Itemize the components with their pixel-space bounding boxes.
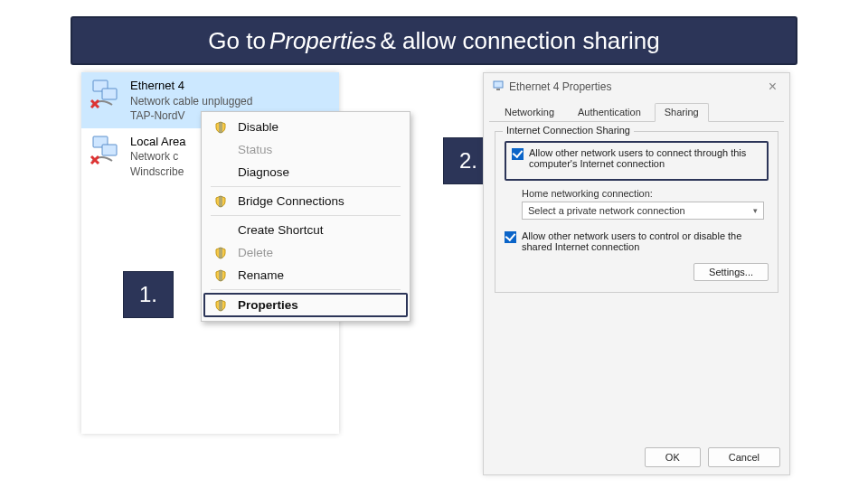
close-icon[interactable]: × <box>765 79 780 95</box>
shield-icon <box>212 121 229 134</box>
checkbox-checked-icon[interactable] <box>505 231 516 243</box>
chevron-down-icon: ▾ <box>753 206 758 215</box>
settings-button[interactable]: Settings... <box>693 263 769 281</box>
title-em: Properties <box>269 27 377 55</box>
network-small-icon <box>493 80 504 94</box>
menu-status: Status <box>203 138 408 161</box>
shield-icon <box>212 247 229 259</box>
menu-separator <box>211 215 401 216</box>
instruction-title: Go to Properties & allow connection shar… <box>71 16 797 65</box>
network-item-text: Local Area Network c Windscribe <box>130 134 185 179</box>
menu-delete: Delete <box>203 241 408 264</box>
dialog-tabs: Networking Authentication Sharing <box>489 102 784 122</box>
dialog-title-text: Ethernet 4 Properties <box>509 80 611 93</box>
network-adapter-icon <box>89 78 125 114</box>
allow-connect-label: Allow other network users to connect thr… <box>529 147 761 169</box>
dialog-titlebar: Ethernet 4 Properties × <box>484 73 789 99</box>
tab-sharing[interactable]: Sharing <box>655 103 709 122</box>
cancel-button[interactable]: Cancel <box>708 447 780 467</box>
home-networking-label: Home networking connection: <box>522 188 769 199</box>
menu-diagnose[interactable]: Diagnose <box>203 161 408 183</box>
menu-label: Diagnose <box>238 165 289 179</box>
adapter-name: Local Area <box>130 134 185 150</box>
shield-icon <box>212 195 229 208</box>
svg-rect-5 <box>496 89 500 90</box>
properties-dialog: Ethernet 4 Properties × Networking Authe… <box>483 72 790 475</box>
svg-rect-3 <box>102 145 117 155</box>
menu-bridge[interactable]: Bridge Connections <box>203 190 408 212</box>
groupbox-legend: Internet Connection Sharing <box>503 125 634 136</box>
adapter-driver: Windscribe <box>130 164 185 179</box>
allow-connect-highlight: Allow other network users to connect thr… <box>505 141 769 181</box>
tab-networking[interactable]: Networking <box>495 103 564 122</box>
adapter-status: Network c <box>130 149 185 164</box>
svg-rect-4 <box>494 81 503 88</box>
menu-label: Delete <box>238 246 273 259</box>
menu-properties[interactable]: Properties <box>203 293 408 317</box>
network-adapter-icon <box>89 134 125 170</box>
menu-label: Disable <box>238 120 278 134</box>
allow-control-label: Allow other network users to control or … <box>522 230 769 252</box>
menu-label: Status <box>238 143 272 156</box>
title-pre: Go to <box>208 27 266 55</box>
menu-label: Properties <box>238 298 298 312</box>
shield-icon <box>212 269 229 282</box>
step-badge-1: 1. <box>123 271 174 318</box>
menu-separator <box>211 186 401 187</box>
tab-authentication[interactable]: Authentication <box>568 103 651 122</box>
menu-label: Rename <box>238 268 284 282</box>
menu-label: Create Shortcut <box>238 223 324 237</box>
menu-disable[interactable]: Disable <box>203 116 408 138</box>
adapter-status: Network cable unplugged <box>130 94 252 108</box>
ics-groupbox: Internet Connection Sharing Allow other … <box>495 131 778 293</box>
svg-rect-1 <box>102 89 117 99</box>
allow-control-row[interactable]: Allow other network users to control or … <box>505 230 769 252</box>
dialog-footer: OK Cancel <box>645 447 780 467</box>
menu-separator <box>211 289 401 290</box>
title-post: & allow connection sharing <box>380 27 659 55</box>
checkbox-checked-icon[interactable] <box>512 148 524 160</box>
context-menu: Disable Status Diagnose Bridge Connectio… <box>201 111 410 322</box>
ok-button[interactable]: OK <box>645 447 701 467</box>
menu-rename[interactable]: Rename <box>203 264 408 286</box>
allow-connect-row[interactable]: Allow other network users to connect thr… <box>512 147 761 169</box>
menu-label: Bridge Connections <box>238 194 344 208</box>
select-value: Select a private network connection <box>528 205 685 216</box>
adapter-name: Ethernet 4 <box>130 78 252 94</box>
shield-icon <box>212 299 229 312</box>
home-networking-select[interactable]: Select a private network connection ▾ <box>522 202 764 220</box>
menu-create-shortcut[interactable]: Create Shortcut <box>203 219 408 241</box>
